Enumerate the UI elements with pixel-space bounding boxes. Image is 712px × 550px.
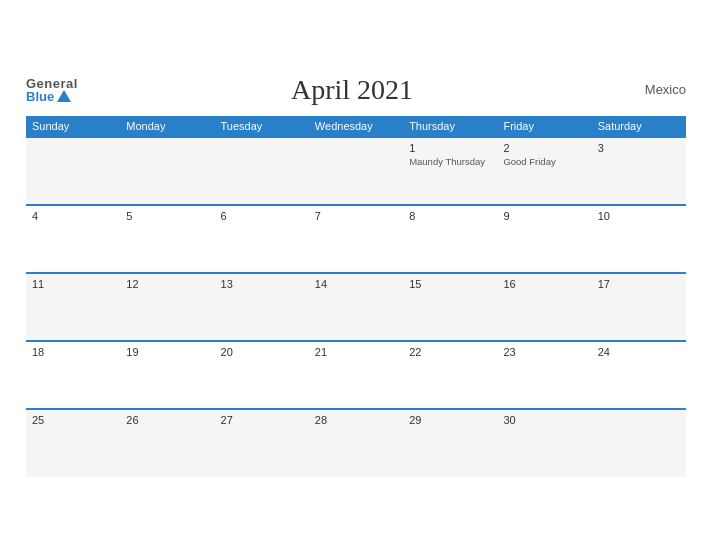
calendar-cell: 5 — [120, 205, 214, 273]
day-number: 27 — [221, 414, 303, 426]
calendar-cell: 28 — [309, 409, 403, 477]
calendar-cell: 18 — [26, 341, 120, 409]
day-number: 2 — [503, 142, 585, 154]
calendar-cell: 17 — [592, 273, 686, 341]
header: General Blue April 2021 Mexico — [26, 74, 686, 106]
calendar-cell: 16 — [497, 273, 591, 341]
calendar-table: Sunday Monday Tuesday Wednesday Thursday… — [26, 116, 686, 477]
calendar-cell — [26, 137, 120, 205]
calendar-cell: 7 — [309, 205, 403, 273]
day-number: 28 — [315, 414, 397, 426]
logo-blue-text: Blue — [26, 90, 78, 103]
calendar-cell: 30 — [497, 409, 591, 477]
day-number: 22 — [409, 346, 491, 358]
calendar-cell: 21 — [309, 341, 403, 409]
calendar-cell: 19 — [120, 341, 214, 409]
calendar-cell: 8 — [403, 205, 497, 273]
header-wednesday: Wednesday — [309, 116, 403, 137]
calendar-cell: 10 — [592, 205, 686, 273]
day-number: 26 — [126, 414, 208, 426]
logo: General Blue — [26, 77, 78, 103]
calendar-week-row: 18192021222324 — [26, 341, 686, 409]
calendar-cell — [309, 137, 403, 205]
calendar-cell: 11 — [26, 273, 120, 341]
day-number: 17 — [598, 278, 680, 290]
day-number: 9 — [503, 210, 585, 222]
logo-triangle-icon — [57, 90, 71, 102]
day-number: 19 — [126, 346, 208, 358]
calendar-body: 1Maundy Thursday2Good Friday345678910111… — [26, 137, 686, 477]
calendar-cell: 25 — [26, 409, 120, 477]
day-number: 21 — [315, 346, 397, 358]
day-number: 24 — [598, 346, 680, 358]
calendar-cell: 1Maundy Thursday — [403, 137, 497, 205]
calendar-cell: 20 — [215, 341, 309, 409]
calendar-header: Sunday Monday Tuesday Wednesday Thursday… — [26, 116, 686, 137]
calendar-week-row: 252627282930 — [26, 409, 686, 477]
day-number: 29 — [409, 414, 491, 426]
header-sunday: Sunday — [26, 116, 120, 137]
calendar-cell: 6 — [215, 205, 309, 273]
calendar-week-row: 11121314151617 — [26, 273, 686, 341]
calendar-cell: 4 — [26, 205, 120, 273]
day-number: 15 — [409, 278, 491, 290]
calendar-cell — [120, 137, 214, 205]
country-label: Mexico — [626, 82, 686, 97]
day-number: 8 — [409, 210, 491, 222]
day-number: 30 — [503, 414, 585, 426]
calendar-week-row: 1Maundy Thursday2Good Friday3 — [26, 137, 686, 205]
header-tuesday: Tuesday — [215, 116, 309, 137]
calendar-cell — [215, 137, 309, 205]
calendar-cell: 12 — [120, 273, 214, 341]
header-thursday: Thursday — [403, 116, 497, 137]
page: General Blue April 2021 Mexico Sunday Mo… — [6, 58, 706, 493]
calendar-cell: 15 — [403, 273, 497, 341]
day-number: 12 — [126, 278, 208, 290]
calendar-cell: 26 — [120, 409, 214, 477]
calendar-cell: 24 — [592, 341, 686, 409]
calendar-cell: 3 — [592, 137, 686, 205]
day-number: 6 — [221, 210, 303, 222]
day-number: 4 — [32, 210, 114, 222]
day-number: 11 — [32, 278, 114, 290]
header-monday: Monday — [120, 116, 214, 137]
day-number: 1 — [409, 142, 491, 154]
logo-general-text: General — [26, 77, 78, 90]
calendar-cell: 22 — [403, 341, 497, 409]
days-of-week-row: Sunday Monday Tuesday Wednesday Thursday… — [26, 116, 686, 137]
header-friday: Friday — [497, 116, 591, 137]
day-number: 18 — [32, 346, 114, 358]
calendar-cell: 2Good Friday — [497, 137, 591, 205]
day-number: 5 — [126, 210, 208, 222]
day-number: 16 — [503, 278, 585, 290]
holiday-label: Maundy Thursday — [409, 156, 491, 168]
day-number: 14 — [315, 278, 397, 290]
day-number: 10 — [598, 210, 680, 222]
calendar-cell: 9 — [497, 205, 591, 273]
day-number: 20 — [221, 346, 303, 358]
calendar-cell: 27 — [215, 409, 309, 477]
day-number: 7 — [315, 210, 397, 222]
calendar-title: April 2021 — [291, 74, 413, 106]
calendar-cell: 13 — [215, 273, 309, 341]
calendar-cell: 23 — [497, 341, 591, 409]
day-number: 3 — [598, 142, 680, 154]
calendar-cell — [592, 409, 686, 477]
day-number: 13 — [221, 278, 303, 290]
calendar-cell: 29 — [403, 409, 497, 477]
calendar-week-row: 45678910 — [26, 205, 686, 273]
day-number: 23 — [503, 346, 585, 358]
holiday-label: Good Friday — [503, 156, 585, 168]
calendar-cell: 14 — [309, 273, 403, 341]
day-number: 25 — [32, 414, 114, 426]
header-saturday: Saturday — [592, 116, 686, 137]
